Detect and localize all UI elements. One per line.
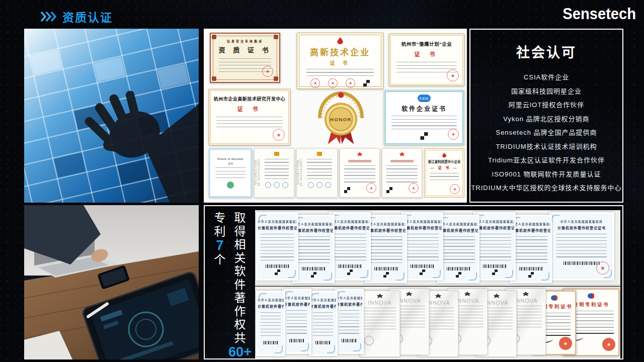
company-logo: Sensetech	[562, 5, 636, 23]
red-seal-icon: ★	[448, 129, 459, 140]
copyright-certificate: 中华人民共和国国家版权局计算机软件著作权登记证书★	[329, 212, 371, 281]
qr-code	[386, 187, 392, 193]
crest-icon	[406, 292, 413, 296]
text-lines	[215, 167, 246, 178]
blue-seal-icon	[364, 336, 374, 345]
cert-software-enterprise: CSIA 软件企业证书 ★	[384, 90, 464, 145]
cert-registration-1: CERTIFICATE OF REGISTRATION	[254, 148, 294, 198]
cert-side-text: CERTIFICATE OF REGISTRATION	[298, 151, 302, 195]
copyright-certificate: 中华人民共和国国家版权局计算机软件著作权登记证书	[256, 291, 285, 356]
list-item: 阿里云IOT授权合作伙伴	[470, 98, 622, 112]
cert-license-1: ★	[340, 148, 380, 198]
copyright-count: 60+	[228, 344, 252, 359]
barcode	[374, 267, 397, 270]
list-item: Tridium亚太区认证软件开发合作伙伴	[470, 153, 622, 167]
medal-label: HONOR	[330, 117, 352, 122]
accreditation-seals	[262, 182, 292, 188]
cert-zhejiang-sme: 浙江省科技型中小企业 — 证 书 — ★	[424, 148, 464, 198]
copyright-certificate: 中华人民共和国国家版权局计算机软件著作权登记证书★	[401, 212, 443, 281]
barcode	[263, 341, 278, 344]
cert-title: 软件企业证书	[385, 104, 463, 113]
innovation-patent-certificate: INNOVA	[360, 291, 400, 357]
copyright-certificate-wide: 中华人民共和国国家版权局计算机软件著作权登记证书★	[549, 212, 614, 281]
panel-title: 社会认可	[470, 42, 622, 61]
copyright-certificate: 中华人民共和国国家版权局计算机软件著作权登记证书★	[437, 215, 479, 283]
text-lines	[391, 116, 457, 131]
qr-code	[420, 269, 425, 275]
qr-code	[456, 272, 461, 278]
cert-header: 信息安全系统集成	[211, 39, 279, 43]
cert-title: 高新技术企业	[297, 45, 383, 58]
cert-eaglet-plan: 杭州市“雏鹰计划”企业 证 书 ★	[389, 34, 464, 86]
crest-icon	[377, 294, 383, 298]
red-seal-icon: ★	[273, 129, 285, 141]
red-seal-icon: ★	[262, 66, 273, 77]
red-seal-icon: ★	[409, 183, 419, 193]
copyright-count-column: 取得相关软件著作权共 60+ 项及	[231, 211, 249, 359]
red-seal-icon: ★	[450, 184, 460, 194]
red-emblem-seal-icon: ★	[602, 338, 615, 351]
red-seal-icon: ★	[310, 78, 320, 88]
barcode	[483, 264, 506, 268]
copyright-certificate: 中华人民共和国国家版权局计算机软件著作权登记证书★	[473, 212, 516, 281]
list-item: 国家级科技园明星企业	[470, 84, 622, 99]
text-lines	[344, 165, 375, 183]
copyright-cert-strip: 中华人民共和国国家版权局计算机软件著作权登记证书★ 中华人民共和国国家版权局计算…	[255, 210, 620, 286]
text-lines	[216, 117, 283, 130]
cert-subtitle: — 证 书 —	[425, 165, 464, 170]
csia-badge: CSIA	[418, 95, 431, 102]
list-item: TRIDIUM技术认证技术培训机构	[470, 140, 622, 154]
barcode	[342, 339, 357, 342]
text-lines	[265, 159, 289, 179]
cert-title: 浙江省科技型中小企业	[425, 159, 464, 164]
crest-icon	[494, 294, 500, 298]
cert-power-of-attorney: Power of Attorney 证书	[209, 148, 252, 198]
cert-subtitle: 证书	[210, 161, 251, 165]
flame-icon	[442, 153, 446, 157]
slide: 资质认证 Sensetech	[0, 0, 644, 362]
accreditation-seals	[304, 182, 335, 188]
barcode	[289, 339, 304, 342]
text-lines	[386, 165, 418, 183]
list-item: TRIDIUM大中华区授权的全球技术支持服务中心	[470, 181, 622, 195]
photo-touchscreen	[24, 29, 199, 203]
copyright-certificate: 中华人民共和国国家版权局计算机软件著作权登记证书	[282, 289, 311, 354]
page-title: 资质认证	[62, 8, 113, 25]
qr-code	[421, 132, 428, 140]
cert-title: Power of Attorney	[210, 157, 251, 161]
list-item: CSIA软件企业	[470, 70, 622, 84]
vertical-text: 取得相关软件著作权共	[234, 211, 246, 344]
barcode	[564, 261, 600, 265]
text-lines	[306, 69, 374, 77]
vertical-text: 专利	[214, 211, 226, 238]
patent-cert-strip: 中华人民共和国国家版权局计算机软件著作权登记证书 中华人民共和国国家版权局计算机…	[255, 287, 620, 358]
copyright-certificate: 中华人民共和国国家版权局计算机软件著作权登记证书★	[292, 215, 335, 283]
registrar-mark-icon	[274, 152, 279, 156]
text-lines	[430, 173, 459, 182]
cert-subtitle: 证 书	[297, 59, 383, 66]
copyright-certificate: 中华人民共和国国家版权局计算机软件著作权登记证书★	[510, 215, 552, 283]
header: 资质认证 Sensetech	[0, 0, 644, 28]
photo-workspace	[24, 205, 199, 359]
cert-side-text: CERTIFICATE OF REGISTRATION	[256, 151, 260, 195]
patent-count-column: 专利 7 个	[211, 211, 229, 266]
barcode	[266, 264, 288, 268]
red-seal-icon: ★	[366, 183, 376, 193]
copyright-certificate: 中华人民共和国国家版权局计算机软件著作权登记证书	[308, 291, 338, 356]
barcode	[411, 264, 433, 268]
barcode	[338, 264, 361, 268]
cert-subtitle: 证 书	[209, 105, 290, 113]
text-lines	[307, 159, 332, 179]
list-item: Sensetech 品牌全国产品提供商	[470, 126, 622, 140]
triple-chevron-icon	[40, 11, 57, 22]
list-item: ISO9001 物联网软件开发质量认证	[470, 167, 622, 182]
qr-code	[347, 269, 353, 275]
national-emblem-icon	[356, 152, 363, 158]
workspace-image	[24, 205, 199, 359]
touchscreen-image	[24, 29, 199, 203]
flame-icon	[337, 37, 343, 44]
red-seal-icon: ★	[447, 69, 459, 81]
section-header: 资质认证	[40, 8, 113, 25]
cert-high-tech-enterprise: 高新技术企业 证 书 ★ ★ ★	[297, 33, 383, 89]
social-recognition-panel: 社会认可 CSIA软件企业 国家级科技园明星企业 阿里云IOT授权合作伙伴 Vy…	[469, 29, 623, 203]
